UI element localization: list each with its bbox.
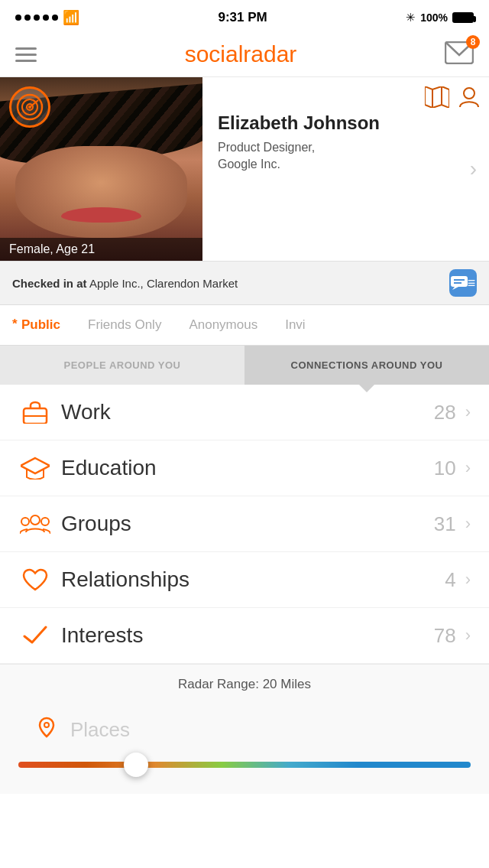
tab-friends[interactable]: Friends Only bbox=[74, 305, 175, 345]
profile-chevron[interactable]: › bbox=[470, 157, 477, 181]
map-icon[interactable] bbox=[425, 86, 449, 111]
svg-rect-10 bbox=[451, 276, 468, 287]
checkin-text: Checked in at Apple Inc., Clarendon Mark… bbox=[12, 277, 238, 290]
tabs-bar: Public Friends Only Anonymous Invi bbox=[0, 305, 489, 346]
checkin-bar: Checked in at Apple Inc., Clarendon Mark… bbox=[0, 262, 489, 305]
age-badge: Female, Age 21 bbox=[0, 238, 202, 261]
checkin-location: Apple Inc., Clarendon Market bbox=[89, 277, 238, 290]
heart-icon bbox=[22, 568, 48, 591]
slider-thumb[interactable] bbox=[124, 753, 148, 777]
pin-icon bbox=[37, 717, 57, 738]
radar-icon-svg bbox=[15, 93, 44, 122]
app-header: socialradar 8 bbox=[0, 34, 489, 77]
relationships-count: 4 bbox=[445, 568, 455, 592]
section-tab-people[interactable]: PEOPLE AROUND YOU bbox=[0, 346, 244, 385]
relationships-chevron: › bbox=[465, 570, 471, 590]
profile-photo: Female, Age 21 bbox=[0, 77, 202, 261]
face-area bbox=[15, 146, 187, 238]
work-count: 28 bbox=[434, 401, 456, 424]
tab-invi[interactable]: Invi bbox=[271, 305, 319, 345]
radar-button[interactable] bbox=[9, 86, 50, 128]
profile-action-icons bbox=[425, 86, 480, 111]
battery-percent: 100% bbox=[420, 11, 448, 24]
map-icon-svg bbox=[425, 86, 449, 108]
svg-marker-6 bbox=[425, 86, 449, 108]
connection-item-education[interactable]: Education 10 › bbox=[0, 441, 489, 496]
status-right: ✳ 100% bbox=[406, 11, 474, 24]
work-icon bbox=[18, 401, 52, 424]
work-label: Work bbox=[61, 400, 434, 424]
hamburger-menu[interactable] bbox=[15, 47, 37, 62]
profile-info: Elizabeth Johnson Product Designer, Goog… bbox=[202, 77, 489, 261]
status-left: 📶 bbox=[15, 9, 79, 26]
logo-text-radar: radar bbox=[243, 41, 296, 67]
svg-point-9 bbox=[464, 88, 474, 99]
person-icon[interactable] bbox=[458, 86, 480, 111]
connection-item-relationships[interactable]: Relationships 4 › bbox=[0, 552, 489, 608]
education-label: Education bbox=[61, 456, 434, 480]
interests-icon bbox=[18, 624, 52, 647]
svg-point-18 bbox=[21, 518, 29, 525]
groups-label: Groups bbox=[61, 512, 434, 536]
connection-item-work[interactable]: Work 28 › bbox=[0, 385, 489, 441]
svg-marker-11 bbox=[452, 287, 458, 290]
status-time: 9:31 PM bbox=[218, 10, 267, 25]
radar-range-section: Radar Range: 20 Miles Places bbox=[0, 664, 489, 794]
interests-count: 78 bbox=[434, 624, 456, 648]
relationships-label: Relationships bbox=[61, 567, 445, 592]
wifi-icon: 📶 bbox=[63, 9, 79, 26]
section-tab-connections[interactable]: CONNECTIONS AROUND YOU bbox=[244, 346, 489, 385]
relationships-icon bbox=[18, 568, 52, 591]
check-icon bbox=[23, 624, 47, 647]
signal-dot-3 bbox=[34, 15, 40, 21]
tab-public[interactable]: Public bbox=[8, 305, 74, 345]
connection-item-interests[interactable]: Interests 78 › bbox=[0, 608, 489, 664]
graduation-icon bbox=[21, 457, 50, 480]
chat-icon bbox=[451, 276, 468, 290]
places-icon bbox=[37, 717, 70, 743]
interests-chevron: › bbox=[465, 626, 471, 645]
work-chevron: › bbox=[465, 402, 471, 422]
app-logo: socialradar bbox=[185, 41, 297, 67]
profile-job-title: Product Designer, Google Inc. bbox=[218, 139, 480, 174]
signal-dot-5 bbox=[52, 15, 58, 21]
connection-list: Work 28 › Education 10 › Groups bbox=[0, 385, 489, 664]
connection-item-groups[interactable]: Groups 31 › bbox=[0, 496, 489, 552]
places-row[interactable]: Places bbox=[18, 703, 471, 751]
checkin-label: Checked in at bbox=[12, 277, 87, 290]
hamburger-line-1 bbox=[15, 47, 37, 50]
mail-badge: 8 bbox=[466, 35, 480, 49]
groups-chevron: › bbox=[465, 514, 471, 534]
hamburger-line-3 bbox=[15, 60, 37, 62]
svg-point-19 bbox=[41, 518, 49, 525]
profile-name: Elizabeth Johnson bbox=[218, 112, 480, 135]
bluetooth-icon: ✳ bbox=[406, 11, 416, 24]
briefcase-icon bbox=[22, 401, 48, 424]
svg-point-20 bbox=[44, 723, 49, 727]
groups-icon bbox=[18, 512, 52, 535]
svg-marker-16 bbox=[21, 458, 50, 473]
status-bar: 📶 9:31 PM ✳ 100% bbox=[0, 0, 489, 34]
person-icon-svg bbox=[458, 86, 480, 108]
places-label: Places bbox=[70, 718, 130, 742]
hamburger-line-2 bbox=[15, 54, 37, 56]
education-count: 10 bbox=[434, 457, 456, 480]
signal-dot-4 bbox=[43, 15, 49, 21]
lips bbox=[61, 207, 141, 223]
mail-button[interactable]: 8 bbox=[445, 41, 474, 67]
battery-icon bbox=[452, 12, 474, 23]
svg-point-17 bbox=[31, 515, 40, 525]
signal-dots bbox=[15, 15, 58, 21]
tab-anonymous[interactable]: Anonymous bbox=[175, 305, 271, 345]
education-icon bbox=[18, 457, 52, 480]
groups-count: 31 bbox=[434, 512, 456, 536]
logo-text-social: social bbox=[185, 41, 244, 67]
signal-dot-2 bbox=[24, 15, 31, 21]
education-chevron: › bbox=[465, 458, 471, 478]
chat-button[interactable] bbox=[449, 269, 477, 297]
groups-icon-svg bbox=[20, 512, 50, 535]
radar-slider[interactable] bbox=[18, 751, 471, 779]
slider-track bbox=[18, 762, 471, 768]
interests-label: Interests bbox=[61, 623, 434, 648]
signal-dot-1 bbox=[15, 15, 21, 21]
